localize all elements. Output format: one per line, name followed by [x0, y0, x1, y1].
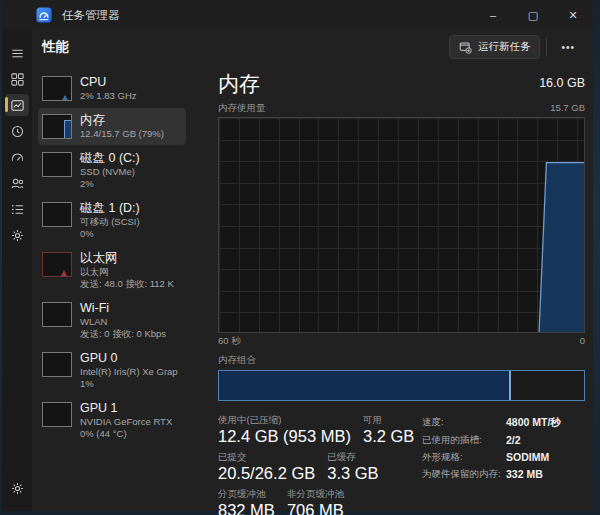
stat-available: 可用 3.2 GB: [363, 414, 414, 446]
settings-icon: [10, 481, 25, 496]
nav-services[interactable]: [2, 222, 32, 248]
task-manager-app-icon: [36, 7, 52, 23]
startup-apps-icon: [10, 150, 25, 165]
stat-slots-label: 已使用的插槽:: [422, 434, 502, 447]
sidebar-item-wifi[interactable]: Wi-Fi WLAN 发送: 0 接收: 0 Kbps: [38, 296, 186, 345]
memory-hardware-info: 速度: 4800 MT/秒 已使用的插槽: 2/2 外形规格: SODIMM 为…: [422, 416, 561, 515]
nav-startup-apps[interactable]: [2, 144, 32, 170]
page-header: 性能 运行新任务 •••: [32, 30, 593, 64]
nav-menu-button[interactable]: [2, 40, 32, 66]
sidebar-item-title: CPU: [80, 75, 137, 90]
gpu0-mini-chart: [42, 352, 72, 377]
minimize-button[interactable]: –: [473, 0, 513, 30]
stat-form-factor-label: 外形规格:: [422, 451, 502, 464]
memory-detail-pane: 内存 16.0 GB 内存使用量 15.7 GB 60 秒 0: [188, 70, 585, 511]
close-button[interactable]: ✕: [553, 0, 593, 30]
users-icon: [10, 176, 25, 191]
run-new-task-label: 运行新任务: [478, 40, 531, 54]
sidebar-item-disk0[interactable]: 磁盘 0 (C:) SSD (NVMe) 2%: [38, 146, 186, 195]
nav-users[interactable]: [2, 170, 32, 196]
chart-time-left-label: 60 秒: [218, 335, 241, 348]
task-manager-window: 任务管理器 – ▢ ✕: [2, 0, 593, 511]
sidebar-item-sub: Intel(R) Iris(R) Xe Grap: [80, 366, 178, 378]
menu-icon: [10, 46, 25, 61]
sidebar-item-memory[interactable]: 内存 12.4/15.7 GB (79%): [38, 108, 186, 145]
memory-composition-label: 内存组合: [218, 354, 585, 367]
content-area: 性能 运行新任务 ••• CPU 2: [32, 30, 593, 511]
memory-composition-bar: [218, 370, 585, 401]
details-icon: [10, 202, 25, 217]
sidebar-item-title: GPU 1: [80, 401, 172, 416]
memory-mini-chart: [42, 114, 72, 139]
more-options-button[interactable]: •••: [553, 38, 583, 57]
performance-icon: [10, 98, 25, 113]
services-icon: [10, 228, 25, 243]
sidebar-item-title: 内存: [80, 113, 164, 128]
composition-in-use-segment: [219, 371, 509, 400]
nav-rail: [2, 30, 32, 511]
stat-non-paged-pool: 非分页缓冲池 706 MB: [287, 488, 344, 515]
processes-icon: [10, 72, 25, 87]
composition-separator: [509, 371, 511, 400]
sidebar-item-sub2: 2%: [80, 178, 140, 190]
sidebar-item-sub2: 0% (44 °C): [80, 428, 172, 440]
page-title: 性能: [42, 38, 69, 56]
sidebar-item-sub: 可移动 (SCSI): [80, 216, 140, 228]
stat-hw-reserved-label: 为硬件保留的内存:: [422, 468, 502, 481]
stat-paged-pool: 分页缓冲池 832 MB: [218, 488, 275, 515]
memory-total-capacity: 16.0 GB: [539, 76, 585, 90]
sidebar-item-title: 磁盘 1 (D:): [80, 201, 140, 216]
sidebar-item-ethernet[interactable]: 以太网 以太网 发送: 48.0 接收: 112 K: [38, 246, 186, 295]
selected-accent-bar: [5, 97, 8, 112]
new-task-icon: [459, 41, 472, 54]
cpu-mini-chart: [42, 76, 72, 101]
stat-form-factor-value: SODIMM: [506, 451, 561, 464]
stat-speed-label: 速度:: [422, 416, 502, 430]
memory-stats: 使用中(已压缩) 12.4 GB (953 MB) 可用 3.2 GB 已提交: [218, 414, 585, 515]
nav-app-history[interactable]: [2, 118, 32, 144]
sidebar-item-sub: 以太网: [80, 266, 174, 278]
sidebar-item-sub: WLAN: [80, 316, 166, 328]
app-history-icon: [10, 124, 25, 139]
chart-time-right-label: 0: [580, 335, 585, 348]
sidebar-item-cpu[interactable]: CPU 2% 1.83 GHz: [38, 70, 186, 107]
nav-details[interactable]: [2, 196, 32, 222]
memory-usage-label: 内存使用量: [218, 102, 266, 115]
sidebar-item-title: GPU 0: [80, 351, 178, 366]
memory-usage-chart: [218, 117, 585, 333]
sidebar-item-sub2: 发送: 48.0 接收: 112 K: [80, 278, 174, 290]
wifi-mini-chart: [42, 302, 72, 327]
ethernet-mini-chart: [42, 252, 72, 277]
sidebar-item-gpu0[interactable]: GPU 0 Intel(R) Iris(R) Xe Grap 1%: [38, 346, 186, 395]
disk0-mini-chart: [42, 152, 72, 177]
sidebar-item-sub: 12.4/15.7 GB (79%): [80, 128, 164, 140]
nav-settings[interactable]: [2, 475, 32, 501]
performance-sidebar: CPU 2% 1.83 GHz 内存 12.4/15.7 GB (79%) 磁盘…: [38, 70, 186, 511]
titlebar: 任务管理器 – ▢ ✕: [2, 0, 593, 30]
nav-processes[interactable]: [2, 66, 32, 92]
stat-slots-value: 2/2: [506, 434, 561, 447]
sidebar-item-sub2: 发送: 0 接收: 0 Kbps: [80, 328, 166, 340]
sidebar-item-gpu1[interactable]: GPU 1 NVIDIA GeForce RTX 0% (44 °C): [38, 396, 186, 445]
stat-committed: 已提交 20.5/26.2 GB: [218, 451, 315, 483]
memory-page-title: 内存: [218, 72, 260, 96]
stat-cached: 已缓存 3.3 GB: [327, 451, 378, 483]
stat-hw-reserved-value: 332 MB: [506, 468, 561, 481]
sidebar-item-title: 以太网: [80, 251, 174, 266]
gpu1-mini-chart: [42, 402, 72, 427]
sidebar-item-sub: 2% 1.83 GHz: [80, 90, 137, 102]
header-divider: [546, 38, 547, 56]
sidebar-item-sub: SSD (NVMe): [80, 166, 140, 178]
disk1-mini-chart: [42, 202, 72, 227]
memory-usage-max: 15.7 GB: [550, 102, 585, 115]
stat-speed-value: 4800 MT/秒: [506, 416, 561, 430]
sidebar-item-title: 磁盘 0 (C:): [80, 151, 140, 166]
nav-performance[interactable]: [2, 92, 32, 118]
sidebar-item-sub2: 0%: [80, 228, 140, 240]
window-title: 任务管理器: [62, 8, 120, 23]
memory-usage-area: [219, 118, 584, 332]
run-new-task-button[interactable]: 运行新任务: [449, 35, 541, 59]
maximize-button[interactable]: ▢: [513, 0, 553, 30]
sidebar-item-sub: NVIDIA GeForce RTX: [80, 416, 172, 428]
sidebar-item-disk1[interactable]: 磁盘 1 (D:) 可移动 (SCSI) 0%: [38, 196, 186, 245]
